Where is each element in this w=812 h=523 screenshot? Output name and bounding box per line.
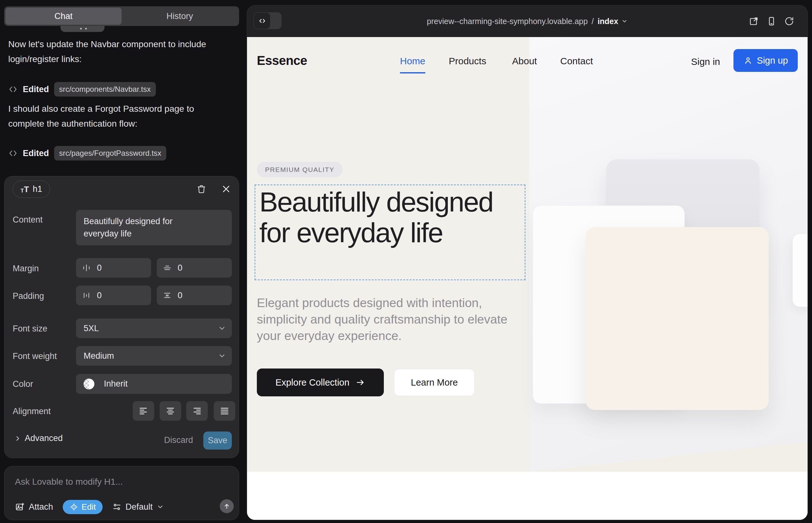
edit-label: Edit (82, 502, 96, 512)
explore-collection-button[interactable]: Explore Collection (257, 368, 384, 396)
attach-label: Attach (29, 502, 53, 512)
file-chip[interactable]: src/pages/ForgotPassword.tsx (54, 146, 166, 161)
chevron-down-icon (156, 503, 164, 511)
user-icon (743, 56, 753, 65)
default-label: Default (125, 502, 153, 512)
padding-x-input[interactable]: 0 (76, 286, 151, 305)
chat-message: I should also create a Forgot Password p… (8, 101, 212, 131)
margin-x-input[interactable]: 0 (76, 258, 151, 278)
font-size-label: Font size (13, 324, 48, 334)
chevron-right-icon (14, 435, 21, 442)
sign-up-button[interactable]: Sign up (734, 49, 798, 72)
discard-button[interactable]: Discard (164, 435, 193, 445)
hero-heading: Beautifully designed for everyday life (255, 185, 525, 248)
sign-in-link[interactable]: Sign in (691, 56, 720, 67)
font-weight-label: Font weight (13, 351, 57, 361)
chevron-down-icon (621, 18, 628, 24)
chevron-down-icon (218, 352, 226, 360)
open-external-icon (749, 16, 759, 26)
scrolled-badge-remnant (60, 26, 105, 32)
content-field-wrap: Beautifully designed for everyday life (76, 210, 232, 245)
edited-file-row[interactable]: Edited src/components/Navbar.tsx (8, 82, 156, 97)
file-chip[interactable]: src/components/Navbar.tsx (54, 82, 156, 96)
hero-description: Elegant products designed with intention… (257, 295, 510, 344)
next-section-background (247, 472, 808, 520)
typography-icon: TT (21, 185, 29, 194)
padding-horizontal-icon (82, 291, 91, 300)
code-preview-toggle[interactable] (254, 12, 282, 29)
url-host: preview--charming-site-symphony.lovable.… (427, 17, 588, 26)
attach-button[interactable]: Attach (15, 502, 53, 512)
attach-image-icon (15, 502, 25, 512)
align-center-button[interactable] (160, 401, 181, 421)
margin-label: Margin (13, 264, 39, 273)
lovable-prompt-box: Attach Edit Default (4, 466, 239, 520)
explore-collection-label: Explore Collection (276, 377, 350, 388)
model-default-select[interactable]: Default (112, 502, 164, 512)
arrow-up-icon (223, 502, 231, 510)
close-editor-button[interactable] (220, 183, 232, 195)
padding-y-value: 0 (178, 291, 182, 301)
edited-file-row[interactable]: Edited src/pages/ForgotPassword.tsx (8, 146, 166, 161)
tab-chat[interactable]: Chat (5, 7, 122, 25)
align-left-button[interactable] (133, 401, 154, 421)
alignment-label: Alignment (13, 407, 51, 416)
color-value: Inherit (104, 379, 128, 389)
learn-more-button[interactable]: Learn More (394, 369, 475, 396)
color-swatch (84, 379, 94, 390)
padding-y-input[interactable]: 0 (157, 286, 232, 305)
send-button[interactable] (220, 499, 234, 513)
prompt-input[interactable] (15, 473, 224, 490)
align-justify-icon (219, 406, 230, 416)
content-label: Content (13, 215, 43, 225)
edit-mode-button[interactable]: Edit (63, 500, 103, 514)
trash-icon (196, 184, 207, 194)
code-icon (259, 17, 266, 25)
url-page: index (598, 17, 618, 26)
element-tag-label: h1 (33, 184, 42, 194)
color-select[interactable]: Inherit (76, 374, 232, 394)
arrow-right-icon (356, 378, 365, 387)
nav-link-home[interactable]: Home (400, 56, 425, 73)
mobile-view-button[interactable] (766, 16, 777, 26)
align-right-button[interactable] (186, 401, 208, 421)
code-icon (8, 85, 18, 94)
padding-vertical-icon (162, 291, 172, 300)
color-label: Color (13, 379, 33, 389)
content-textarea[interactable]: Beautifully designed for everyday life (76, 210, 232, 245)
font-size-select[interactable]: 5XL (76, 319, 232, 338)
edited-label: Edited (23, 85, 49, 94)
align-left-icon (138, 406, 148, 416)
font-weight-select[interactable]: Medium (76, 346, 232, 366)
chat-message: Now let's update the Navbar component to… (8, 37, 212, 67)
preview-toolbar: preview--charming-site-symphony.lovable.… (247, 5, 808, 37)
smartphone-icon (766, 16, 777, 26)
site-canvas: Essence Home Products About Contact Sign… (247, 37, 808, 520)
font-size-value: 5XL (84, 324, 99, 333)
margin-y-value: 0 (178, 263, 182, 273)
align-justify-button[interactable] (214, 401, 235, 421)
delete-element-button[interactable] (195, 183, 208, 195)
advanced-toggle[interactable]: Advanced (14, 433, 63, 443)
chat-history-tabbar: Chat History (4, 6, 239, 26)
preview-url[interactable]: preview--charming-site-symphony.lovable.… (427, 17, 628, 26)
sliders-icon (112, 502, 122, 511)
margin-x-value: 0 (97, 263, 102, 273)
url-separator: / (592, 17, 594, 26)
tab-history[interactable]: History (122, 7, 238, 25)
save-button[interactable]: Save (203, 432, 232, 450)
margin-y-input[interactable]: 0 (157, 258, 232, 278)
margin-horizontal-icon (82, 263, 91, 273)
element-tag-badge: TT h1 (13, 180, 50, 198)
edited-label: Edited (23, 148, 49, 158)
nav-link-about[interactable]: About (512, 56, 537, 72)
decor-card-beige (586, 227, 769, 410)
nav-link-products[interactable]: Products (449, 56, 486, 72)
padding-x-value: 0 (97, 291, 102, 301)
open-external-button[interactable] (749, 16, 759, 26)
h1-selection-outline[interactable]: Beautifully designed for everyday life (254, 184, 525, 280)
refresh-button[interactable] (784, 16, 794, 26)
site-logo[interactable]: Essence (257, 54, 307, 68)
element-editor-panel: TT h1 Content Beautifully designed for e… (4, 176, 239, 458)
nav-link-contact[interactable]: Contact (560, 56, 593, 72)
